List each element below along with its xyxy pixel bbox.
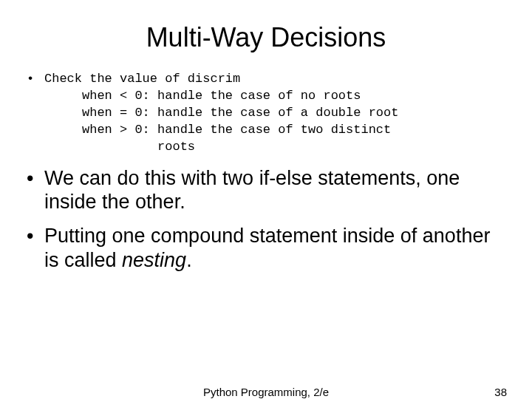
page-number: 38 <box>494 386 507 398</box>
bullet-code: Check the value of discrim when < 0: han… <box>27 71 510 156</box>
bullet3-part-a: Putting one compound statement inside of… <box>44 225 490 270</box>
bullet-list: Check the value of discrim when < 0: han… <box>22 71 510 272</box>
code-line-4: when > 0: handle the case of two distinc… <box>44 123 391 137</box>
bullet-text-1: We can do this with two if-else statemen… <box>27 166 510 214</box>
slide: Multi-Way Decisions Check the value of d… <box>0 0 532 399</box>
bullet3-em: nesting <box>122 249 186 271</box>
code-line-5: roots <box>44 140 195 154</box>
code-line-1: Check the value of discrim <box>44 72 240 86</box>
code-line-3: when = 0: handle the case of a double ro… <box>44 106 398 120</box>
bullet3-part-b: . <box>186 249 192 271</box>
code-line-2: when < 0: handle the case of no roots <box>44 89 361 103</box>
footer-text: Python Programming, 2/e <box>203 386 329 398</box>
slide-title: Multi-Way Decisions <box>22 22 510 53</box>
bullet-text-2: Putting one compound statement inside of… <box>27 224 510 272</box>
